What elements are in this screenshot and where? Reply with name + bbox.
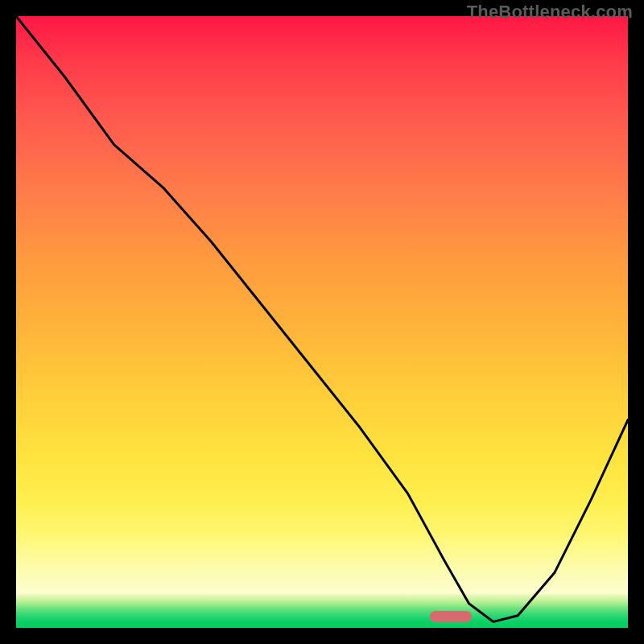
watermark-label: TheBottleneck.com xyxy=(467,2,633,23)
chart-frame: TheBottleneck.com xyxy=(0,0,644,644)
plot-area xyxy=(16,16,628,628)
gradient-green xyxy=(16,594,628,628)
optimum-marker-pill xyxy=(430,611,472,622)
gradient-main xyxy=(16,16,628,594)
